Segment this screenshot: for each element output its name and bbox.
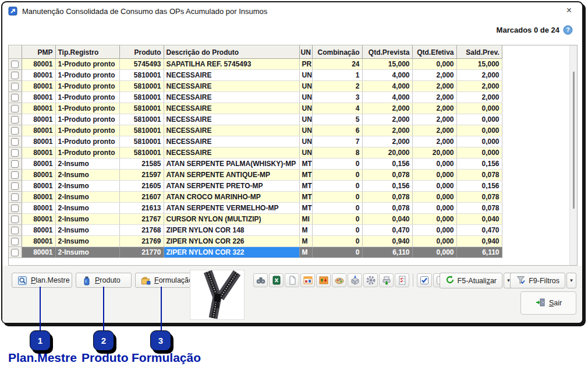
cell-un[interactable]: UN	[299, 125, 312, 136]
cell-efet[interactable]: 0,000	[412, 158, 456, 170]
row-checkbox[interactable]	[11, 72, 19, 79]
cell-un[interactable]: MT	[299, 170, 312, 181]
cell-un[interactable]: UN	[299, 114, 312, 125]
cell-pmp[interactable]: 80001	[22, 214, 55, 225]
cell-un[interactable]: M	[299, 247, 312, 258]
cell-prev[interactable]: 0,156	[362, 158, 412, 170]
cell-produto[interactable]: 21769	[119, 236, 164, 247]
cell-tip[interactable]: 1-Produto pronto	[55, 136, 119, 147]
row-checkbox-cell[interactable]	[9, 103, 22, 114]
row-checkbox-cell[interactable]	[9, 114, 22, 125]
cell-produto[interactable]: 21597	[119, 170, 164, 181]
cell-sald[interactable]: 0,000	[456, 125, 502, 136]
cell-comb[interactable]: 4	[312, 103, 362, 114]
row-checkbox-cell[interactable]	[9, 247, 22, 258]
cell-un[interactable]: UN	[299, 70, 312, 81]
cell-prev[interactable]: 0,940	[362, 236, 412, 247]
table-row[interactable]: 800012-Insumo21597ATAN SERPENTE ANTIQUE-…	[9, 170, 502, 181]
cell-produto[interactable]: 5810001	[119, 136, 164, 147]
cell-tip[interactable]: 2-Insumo	[55, 192, 119, 203]
table-row[interactable]: 800011-Produto pronto5810001NECESSAIREUN…	[9, 81, 502, 92]
cell-pmp[interactable]: 80001	[22, 70, 55, 81]
cell-desc[interactable]: NECESSAIRE	[164, 70, 299, 81]
table-row[interactable]: 800012-Insumo21613ATAN SERPENTE VERMELHO…	[9, 203, 502, 214]
row-checkbox-cell[interactable]	[9, 225, 22, 236]
table-row[interactable]: 800012-Insumo21585ATAN SERPENTE PALMA(WH…	[9, 158, 502, 170]
cell-pmp[interactable]: 80001	[22, 125, 55, 136]
cell-sald[interactable]: 15,000	[456, 59, 502, 70]
cell-tip[interactable]: 2-Insumo	[55, 158, 119, 170]
row-checkbox-cell[interactable]	[9, 214, 22, 225]
cell-pmp[interactable]: 80001	[22, 81, 55, 92]
cell-sald[interactable]: 0,078	[456, 170, 502, 181]
cell-tip[interactable]: 1-Produto pronto	[55, 70, 119, 81]
cell-produto[interactable]: 21605	[119, 181, 164, 192]
row-checkbox[interactable]	[11, 160, 19, 168]
row-checkbox[interactable]	[11, 193, 19, 201]
cell-desc[interactable]: ATAN SERPENTE PRETO-MP	[164, 181, 299, 192]
row-checkbox[interactable]	[11, 227, 19, 234]
cell-comb[interactable]: 6	[312, 125, 362, 136]
cell-un[interactable]: MT	[299, 203, 312, 214]
sair-button[interactable]: Sair	[520, 291, 576, 315]
cell-tip[interactable]: 2-Insumo	[55, 203, 119, 214]
row-checkbox-cell[interactable]	[9, 81, 22, 92]
cell-produto[interactable]: 21613	[119, 203, 164, 214]
cell-desc[interactable]: SAPATILHA REF. 5745493	[164, 59, 299, 70]
cell-tip[interactable]: 1-Produto pronto	[55, 147, 119, 158]
row-checkbox[interactable]	[11, 238, 19, 245]
row-checkbox[interactable]	[11, 149, 19, 157]
row-checkbox-cell[interactable]	[9, 125, 22, 136]
cell-efet[interactable]: 0,000	[412, 225, 456, 236]
cell-desc[interactable]: NECESSAIRE	[164, 103, 299, 114]
cell-efet[interactable]: 2,000	[412, 92, 456, 103]
cell-sald[interactable]: 2,000	[456, 92, 502, 103]
table-row[interactable]: 800011-Produto pronto5810001NECESSAIREUN…	[9, 125, 502, 136]
row-checkbox[interactable]	[11, 94, 19, 101]
row-checkbox-cell[interactable]	[9, 236, 22, 247]
cell-prev[interactable]: 4,000	[362, 81, 412, 92]
plan-mestre-button[interactable]: Plan.Mestre	[12, 273, 72, 288]
cell-comb[interactable]: 5	[312, 114, 362, 125]
cell-efet[interactable]: 0,000	[412, 170, 456, 181]
cell-sald[interactable]: 0,000	[456, 103, 502, 114]
checklist-icon[interactable]	[395, 273, 409, 287]
cell-un[interactable]: UN	[299, 103, 312, 114]
cell-un[interactable]: MT	[299, 181, 312, 192]
table-row[interactable]: 800011-Produto pronto5810001NECESSAIREUN…	[9, 136, 502, 147]
cell-un[interactable]: MT	[299, 192, 312, 203]
row-checkbox[interactable]	[11, 116, 19, 124]
table-row[interactable]: 800012-Insumo21607ATAN CROCO MARINHO-MPM…	[9, 192, 502, 203]
cell-tip[interactable]: 2-Insumo	[55, 214, 119, 225]
cell-pmp[interactable]: 80001	[22, 192, 55, 203]
cell-comb[interactable]: 8	[312, 147, 362, 158]
formulacao-button[interactable]: Formulação	[135, 273, 197, 288]
cell-efet[interactable]: 2,000	[412, 114, 456, 125]
row-checkbox[interactable]	[11, 83, 19, 90]
cell-comb[interactable]: 2	[312, 81, 362, 92]
cell-efet[interactable]: 2,000	[412, 125, 456, 136]
cell-comb[interactable]: 0	[312, 214, 362, 225]
cell-pmp[interactable]: 80001	[22, 147, 55, 158]
cell-desc[interactable]: ATAN SERPENTE VERMELHO-MP	[164, 203, 299, 214]
table-row[interactable]: 800012-Insumo21605ATAN SERPENTE PRETO-MP…	[9, 181, 502, 192]
cell-tip[interactable]: 2-Insumo	[55, 170, 119, 181]
cell-un[interactable]: MI	[299, 214, 312, 225]
row-checkbox[interactable]	[11, 171, 19, 179]
table-row[interactable]: 800011-Produto pronto5810001NECESSAIREUN…	[9, 92, 502, 103]
cell-desc[interactable]: ATAN SERPENTE ANTIQUE-MP	[164, 170, 299, 181]
excel-export-icon[interactable]	[269, 273, 284, 287]
cell-produto[interactable]: 5810001	[119, 92, 164, 103]
cell-pmp[interactable]: 80001	[22, 247, 55, 258]
cell-prev[interactable]: 0,078	[362, 192, 412, 203]
table-row[interactable]: 800011-Produto pronto5810001NECESSAIREUN…	[9, 114, 502, 125]
f9-dropdown-icon[interactable]: ▼	[566, 273, 576, 288]
cell-produto[interactable]: 5745493	[119, 59, 164, 70]
cell-pmp[interactable]: 80001	[22, 170, 55, 181]
cell-comb[interactable]: 0	[312, 203, 362, 214]
cell-tip[interactable]: 2-Insumo	[55, 236, 119, 247]
cell-desc[interactable]: CURSOR NYLON (MULTIZIP)	[164, 214, 299, 225]
row-checkbox-cell[interactable]	[9, 170, 22, 181]
cell-tip[interactable]: 1-Produto pronto	[55, 103, 119, 114]
cell-comb[interactable]: 0	[312, 170, 362, 181]
